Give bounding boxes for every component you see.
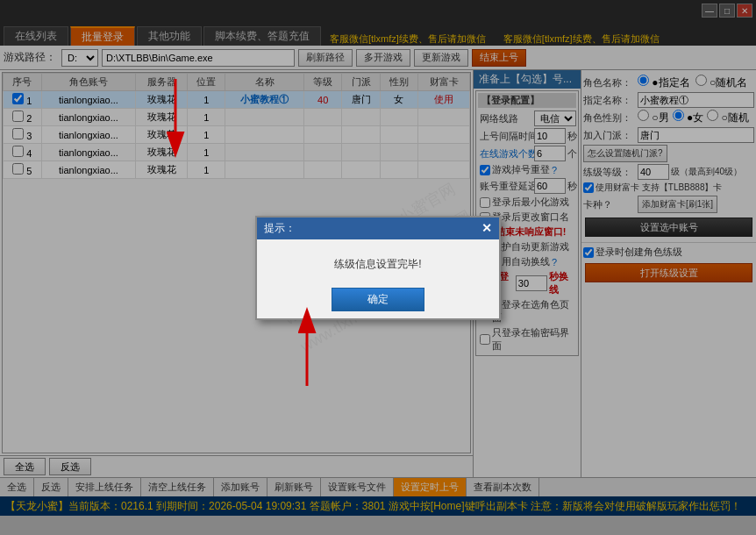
dialog-message: 练级信息设置完毕! bbox=[334, 258, 421, 270]
dialog-confirm-button[interactable]: 确定 bbox=[332, 288, 424, 311]
dialog-body: 练级信息设置完毕! bbox=[257, 239, 499, 281]
dialog-title-bar: 提示： ✕ bbox=[257, 218, 499, 239]
dialog-overlay: 提示： ✕ 练级信息设置完毕! 确定 bbox=[0, 0, 756, 535]
dialog: 提示： ✕ 练级信息设置完毕! 确定 bbox=[255, 216, 501, 320]
dialog-footer: 确定 bbox=[257, 281, 499, 318]
dialog-close-button[interactable]: ✕ bbox=[481, 221, 492, 235]
dialog-title-text: 提示： bbox=[264, 221, 296, 236]
